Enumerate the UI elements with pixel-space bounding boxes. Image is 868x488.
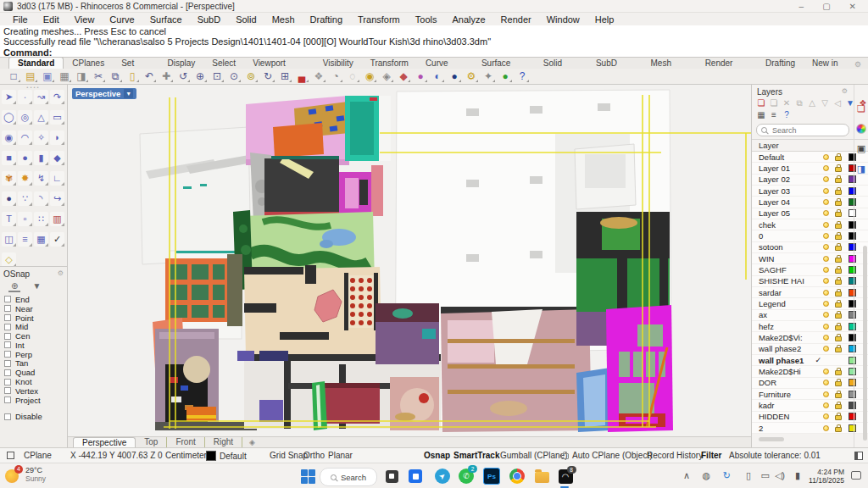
- store-button[interactable]: [407, 468, 424, 485]
- osnap-option-cen[interactable]: Cen: [0, 331, 67, 341]
- zoom-window-icon[interactable]: ⊡: [210, 69, 224, 83]
- osnap-option-int[interactable]: Int: [0, 341, 67, 350]
- zoom-extents-icon[interactable]: ↻: [261, 69, 275, 83]
- palette-grip[interactable]: ••••: [25, 86, 42, 89]
- layer-lock-icon[interactable]: [835, 302, 842, 308]
- layer-search-input[interactable]: [771, 125, 833, 136]
- select-icon[interactable]: ➤: [2, 90, 16, 104]
- box-icon[interactable]: ■: [2, 151, 16, 165]
- layer-row-furniture[interactable]: Furniture: [752, 389, 868, 400]
- zoom-selected-icon[interactable]: ⊚: [244, 69, 258, 83]
- layer-row-kadr[interactable]: kadr: [752, 400, 868, 411]
- layer-lock-icon[interactable]: [835, 156, 842, 161]
- layer-visibility-bulb-icon[interactable]: [823, 165, 829, 171]
- move-down-icon[interactable]: ▽: [820, 98, 830, 108]
- taskbar-search[interactable]: Search: [320, 468, 377, 486]
- hide-objects-icon[interactable]: ◌: [346, 69, 359, 83]
- status-absolute-tolerance-0-01[interactable]: Absolute tolerance: 0.01: [729, 451, 821, 460]
- layer-row-make2d-vi[interactable]: Make2D$Vi:: [752, 332, 868, 343]
- layer-visibility-bulb-icon[interactable]: [823, 402, 829, 408]
- align-icon[interactable]: ≡: [18, 232, 32, 247]
- check-icon[interactable]: ✓: [50, 232, 64, 247]
- minimize-button[interactable]: –: [799, 2, 804, 11]
- ribbon-tab-select[interactable]: Select: [203, 58, 244, 69]
- layer-row-sotoon[interactable]: sotoon: [752, 242, 868, 253]
- undo-icon[interactable]: ↶: [142, 69, 156, 83]
- layer-row-legend[interactable]: Legend: [752, 298, 868, 309]
- status-right-icon[interactable]: [854, 452, 863, 460]
- layer-list-hscrollbar[interactable]: [759, 437, 784, 441]
- ribbon-tab-transform[interactable]: Transform: [362, 58, 417, 69]
- checkbox[interactable]: [4, 324, 11, 330]
- task-view-button[interactable]: [383, 468, 400, 485]
- zoom-icon[interactable]: ⊕: [193, 69, 207, 83]
- color-picker-icon[interactable]: ●: [414, 69, 427, 83]
- checkbox[interactable]: [4, 413, 11, 420]
- status-x-442-19-y-4007-63-z-0[interactable]: X -442.19 Y 4007.63 Z 0: [70, 451, 163, 460]
- ribbon-options-gear-icon[interactable]: ⚙: [854, 60, 861, 69]
- menu-subd[interactable]: SubD: [190, 14, 229, 25]
- status-grid-snap[interactable]: Grid Snap: [270, 451, 308, 460]
- osnap-tab-icon[interactable]: ⊕: [8, 281, 20, 292]
- menu-solid[interactable]: Solid: [228, 14, 264, 25]
- annotate-icon[interactable]: ✦: [481, 69, 495, 83]
- layer-row-hidden[interactable]: HIDDEN: [752, 412, 868, 423]
- menu-edit[interactable]: Edit: [36, 14, 67, 25]
- solid-icon[interactable]: ◆: [50, 151, 64, 165]
- menu-transform[interactable]: Transform: [350, 14, 408, 25]
- volume-icon[interactable]: ◁): [775, 470, 785, 481]
- layer-visibility-bulb-icon[interactable]: [823, 391, 829, 397]
- grid-icon[interactable]: ▦: [34, 232, 48, 247]
- layer-lock-icon[interactable]: [835, 370, 842, 375]
- osnap-option-point[interactable]: Point: [0, 313, 67, 323]
- filter-tab-icon[interactable]: ▼: [32, 281, 41, 292]
- plane-icon[interactable]: ◫: [2, 232, 16, 247]
- command-history[interactable]: Creating meshes... Press Esc to cancelSu…: [0, 25, 868, 58]
- layer-visibility-bulb-icon[interactable]: [823, 154, 829, 160]
- layer-row-win[interactable]: WIN: [752, 253, 868, 264]
- layer-visibility-bulb-icon[interactable]: [823, 290, 829, 296]
- layer-lock-icon[interactable]: [835, 212, 842, 217]
- point-icon[interactable]: ∙: [18, 90, 32, 104]
- ribbon-tab-subd-tools[interactable]: SubD Tools: [587, 58, 643, 69]
- layer-lock-icon[interactable]: [835, 258, 842, 263]
- menu-tools[interactable]: Tools: [408, 14, 445, 25]
- osnap-option-project[interactable]: Project: [0, 396, 67, 405]
- osnap-option-quad[interactable]: Quad: [0, 368, 67, 377]
- patch-icon[interactable]: ✧: [34, 130, 48, 145]
- layer-lock-icon[interactable]: [835, 347, 842, 352]
- settings-gear-icon[interactable]: ⚙: [465, 69, 478, 83]
- paste-icon[interactable]: ▯: [125, 69, 139, 83]
- render-preview-icon[interactable]: ❖: [312, 69, 326, 83]
- layer-grid-icon[interactable]: ▦: [756, 110, 766, 120]
- new-sublayer-icon[interactable]: ❏: [769, 98, 779, 108]
- layer-visibility-bulb-icon[interactable]: [823, 188, 829, 194]
- file-explorer-button[interactable]: [533, 468, 550, 485]
- status-filter[interactable]: Filter: [701, 451, 721, 460]
- network-globe-icon[interactable]: ◍: [702, 470, 710, 481]
- layer-row-saghf[interactable]: SAGHF: [752, 264, 868, 275]
- start-button[interactable]: [299, 468, 316, 485]
- ribbon-tab-cplanes[interactable]: CPlanes: [64, 58, 113, 69]
- delete-layer-icon[interactable]: ✕: [782, 98, 792, 108]
- blob-icon[interactable]: ●: [2, 191, 16, 206]
- boolean-difference-icon[interactable]: ✸: [18, 171, 32, 186]
- layer-visibility-bulb-icon[interactable]: [823, 369, 829, 374]
- layer-lock-icon[interactable]: [835, 224, 842, 229]
- layer-lock-icon[interactable]: [835, 336, 842, 341]
- layer-row-chek[interactable]: chek: [752, 219, 868, 230]
- layer-lock-icon[interactable]: [835, 325, 842, 330]
- layer-lock-icon[interactable]: [835, 427, 842, 432]
- save-icon[interactable]: ▣: [41, 69, 54, 83]
- layer-visibility-bulb-icon[interactable]: [823, 199, 829, 205]
- layer-visibility-bulb-icon[interactable]: [823, 256, 829, 262]
- ribbon-tab-set-view[interactable]: Set View: [113, 58, 159, 69]
- extend-icon[interactable]: ↪: [50, 191, 64, 206]
- layer-visibility-bulb-icon[interactable]: [823, 324, 829, 330]
- checkbox[interactable]: [4, 341, 11, 348]
- fillet-srf-icon[interactable]: ◗: [50, 130, 64, 145]
- layer-search-box[interactable]: [756, 124, 849, 136]
- viewport-tab-front[interactable]: Front: [167, 437, 204, 447]
- layer-row-wall-phase1[interactable]: wall phase1✓: [752, 355, 868, 366]
- layer-visibility-bulb-icon[interactable]: [823, 278, 829, 284]
